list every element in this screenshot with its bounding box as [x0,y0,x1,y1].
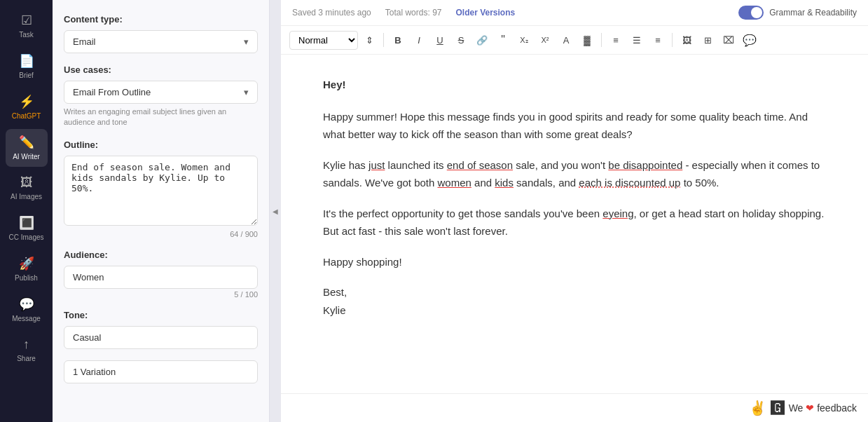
sidebar-item-chatgpt[interactable]: ⚡ ChatGPT [6,88,48,126]
editor-paragraph-1: Happy summer! Hope this message finds yo… [323,108,826,144]
grammar-label: Grammar & Readability [769,8,857,18]
quote-button[interactable]: " [493,30,513,50]
sidebar-item-ai-writer[interactable]: ✏️ AI Writer [6,129,48,167]
cc-images-icon: 🔳 [19,215,34,231]
word-count: Total words: 97 [385,8,442,18]
use-cases-label: Use cases: [64,64,258,75]
message-icon: 💬 [19,297,34,312]
sidebar-item-message[interactable]: 💬 Message [6,291,48,329]
format-expand-button[interactable]: ⇕ [359,30,379,50]
ai-images-icon: 🖼 [20,175,33,190]
main-editor: Saved 3 minutes ago Total words: 97 Olde… [281,0,868,422]
grammar-toggle-switch[interactable] [738,6,764,20]
feedback-text: We ❤ feedback [789,402,857,414]
subscript-button[interactable]: X₂ [514,30,534,50]
editor-signature: Best,Kylie [323,283,826,319]
collapse-panel-handle[interactable]: ◀ [270,0,281,422]
feedback-area: ✌️ 🅶 We ❤ feedback [749,400,857,416]
content-type-dropdown[interactable]: Email ▾ [64,30,258,53]
task-icon: ☑ [21,13,32,28]
publish-icon: 🚀 [19,256,34,271]
sidebar-item-brief[interactable]: 📄 Brief [6,48,48,86]
formatting-toolbar: Normal Heading 1 Heading 2 Heading 3 ⇕ B… [281,26,868,55]
heart-icon: ❤ [806,402,814,414]
tone-field: Tone: Casual Formal Friendly Professiona… [64,310,258,349]
grammar-mark-end-of-season: end of season [447,159,513,171]
strikethrough-button[interactable]: S [451,30,471,50]
sidebar-item-cc-images[interactable]: 🔳 CC Images [6,210,48,247]
chevron-down-icon: ▾ [244,36,249,47]
top-bar-left: Saved 3 minutes ago Total words: 97 Olde… [292,8,724,18]
top-bar: Saved 3 minutes ago Total words: 97 Olde… [281,0,868,26]
grammar-mark-each-is-discounted: each is discounted up [579,177,680,189]
sidebar-item-publish[interactable]: 🚀 Publish [6,250,48,288]
toggle-knob [751,7,762,18]
share-icon: ↑ [23,337,29,352]
use-cases-field: Use cases: Email From Outline ▾ Writes a… [64,64,258,128]
toolbar-divider-1 [383,33,384,47]
variation-select[interactable]: 1 Variation 2 Variations 3 Variations [64,360,258,383]
outline-char-count: 64 / 900 [64,230,258,238]
audience-char-count: 5 / 100 [64,290,258,299]
add-comment-button[interactable]: 💬 [740,30,759,50]
editor-paragraph-3: It's the perfect opportunity to get thos… [323,205,826,240]
content-type-field: Content type: Email ▾ [64,14,258,53]
variation-field: 1 Variation 2 Variations 3 Variations [64,360,258,383]
grammar-mark-eyeing: eyeing [602,207,633,219]
peace-icon: ✌️ [749,400,766,416]
grammar-mark-kids: kids [495,177,514,189]
use-cases-dropdown[interactable]: Email From Outline ▾ [64,81,258,104]
audience-input[interactable] [64,266,258,289]
align-button[interactable]: ≡ [648,30,668,50]
saved-status: Saved 3 minutes ago [292,8,371,18]
left-panel: Content type: Email ▾ Use cases: Email F… [53,0,270,422]
grammar-mark-women: women [438,177,471,189]
sidebar-item-task[interactable]: ☑ Task [6,7,48,45]
sidebar: ☑ Task 📄 Brief ⚡ ChatGPT ✏️ AI Writer 🖼 … [0,0,53,422]
editor-paragraph-4: Happy shopping! [323,253,826,271]
editor-paragraph-2: Kylie has just launched its end of seaso… [323,156,826,192]
chevron-down-icon: ▾ [244,87,249,97]
brief-icon: 📄 [19,53,34,69]
italic-button[interactable]: I [409,30,429,50]
ai-writer-icon: ✏️ [19,135,34,150]
table-button[interactable]: ⊞ [698,30,717,50]
clear-format-button[interactable]: ⌧ [719,30,738,50]
link-button[interactable]: 🔗 [472,30,492,50]
toolbar-divider-3 [672,33,673,47]
collapse-icon: ◀ [273,207,278,215]
outline-field: Outline: End of season sale. Women and k… [64,139,258,238]
bold-button[interactable]: B [388,30,408,50]
toolbar-divider-2 [601,33,602,47]
tone-label: Tone: [64,310,258,320]
outline-label: Outline: [64,139,258,150]
unordered-list-button[interactable]: ☰ [627,30,647,50]
editor-content[interactable]: Hey! Happy summer! Hope this message fin… [281,55,868,393]
grammar-toggle-area: Grammar & Readability [738,6,857,20]
audience-label: Audience: [64,250,258,260]
outline-textarea[interactable]: End of season sale. Women and kids sanda… [64,156,258,226]
underline-button[interactable]: U [430,30,450,50]
grammar-mark-just: just [368,159,385,171]
tone-select[interactable]: Casual Formal Friendly Professional [64,326,258,349]
format-select[interactable]: Normal Heading 1 Heading 2 Heading 3 [289,31,358,50]
chatgpt-icon: ⚡ [19,94,34,109]
sidebar-item-share[interactable]: ↑ Share [6,332,48,369]
editor-greeting: Hey! [323,76,826,94]
text-color-button[interactable]: A [556,30,576,50]
superscript-button[interactable]: X² [535,30,555,50]
use-cases-hint: Writes an engaging email subject lines g… [64,107,258,128]
image-button[interactable]: 🖼 [677,30,696,50]
ordered-list-button[interactable]: ≡ [606,30,626,50]
sidebar-item-ai-images[interactable]: 🖼 AI Images [6,170,48,207]
audience-field: Audience: 5 / 100 [64,250,258,299]
grammar-mark-be-disappointed: be disappointed [608,159,682,171]
google-icon: 🅶 [771,400,785,416]
bottom-bar: ✌️ 🅶 We ❤ feedback [281,393,868,422]
older-versions-link[interactable]: Older Versions [455,8,515,18]
content-type-label: Content type: [64,14,258,25]
highlight-button[interactable]: ▓ [577,30,597,50]
